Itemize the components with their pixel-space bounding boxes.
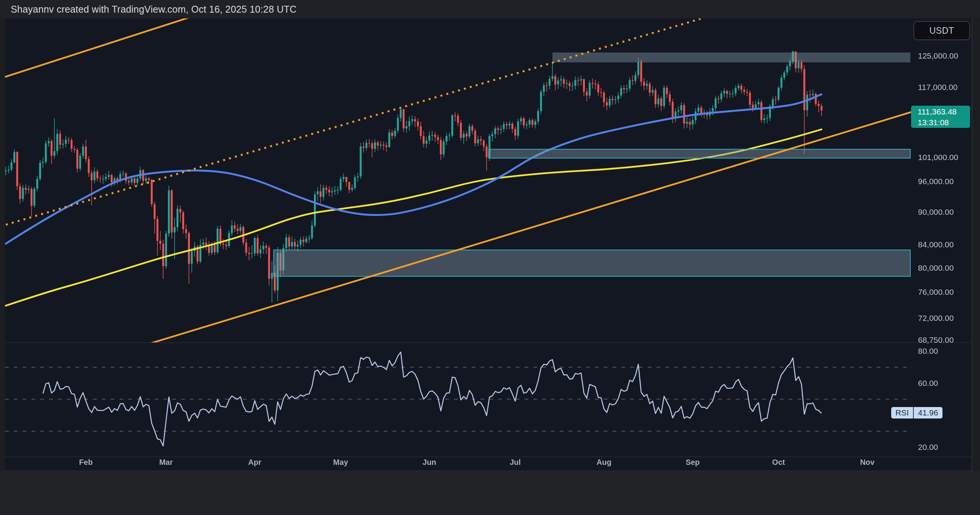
time-axis-month-label: Jul xyxy=(510,458,521,467)
price-axis-label: 76,000.00 xyxy=(918,288,954,297)
rsi-axis-label: 20.00 xyxy=(918,443,938,452)
price-axis-label: 80,000.00 xyxy=(918,263,954,273)
time-axis-month-label: Oct xyxy=(772,458,785,467)
time-axis-month-label: Feb xyxy=(79,458,93,467)
candlestick-chart-canvas[interactable] xyxy=(0,0,980,515)
rsi-axis-label: 60.00 xyxy=(918,379,938,388)
last-price-badge: 111,363.48 13:31:08 xyxy=(911,106,970,128)
price-axis-label: 90,000.00 xyxy=(918,208,954,217)
price-axis-label: 125,000.00 xyxy=(918,51,958,60)
price-axis-label: 68,750.00 xyxy=(918,335,954,345)
price-axis-label: 101,000.00 xyxy=(918,153,958,162)
price-axis-label: 84,000.00 xyxy=(918,240,954,249)
quote-currency-label: USDT xyxy=(929,26,954,36)
bar-close-countdown: 13:31:08 xyxy=(918,117,970,128)
time-axis-month-label: Mar xyxy=(159,458,173,467)
time-axis-month-label: Aug xyxy=(596,458,611,467)
rsi-badge-label: RSI xyxy=(891,407,913,419)
quote-currency-button[interactable]: USDT xyxy=(913,21,970,40)
footer-bar: TradingView xyxy=(0,471,980,515)
price-axis-label: 117,000.00 xyxy=(918,83,958,92)
price-axis-label: 96,000.00 xyxy=(918,177,954,186)
rsi-axis-label: 80.00 xyxy=(918,347,938,356)
price-axis-label: 72,000.00 xyxy=(918,314,954,323)
time-axis-month-label: Sep xyxy=(686,458,700,467)
rsi-value-badge: RSI 41.96 xyxy=(891,407,942,419)
time-axis-month-label: Jun xyxy=(423,458,436,467)
rsi-badge-value: 41.96 xyxy=(914,407,942,419)
time-axis-month-label: May xyxy=(333,458,348,467)
time-axis-month-label: Nov xyxy=(860,458,875,467)
last-price-value: 111,363.48 xyxy=(918,106,970,117)
tradingview-snapshot: Shayannv created with TradingView.com, O… xyxy=(0,0,980,515)
time-axis-month-label: Apr xyxy=(248,458,261,467)
